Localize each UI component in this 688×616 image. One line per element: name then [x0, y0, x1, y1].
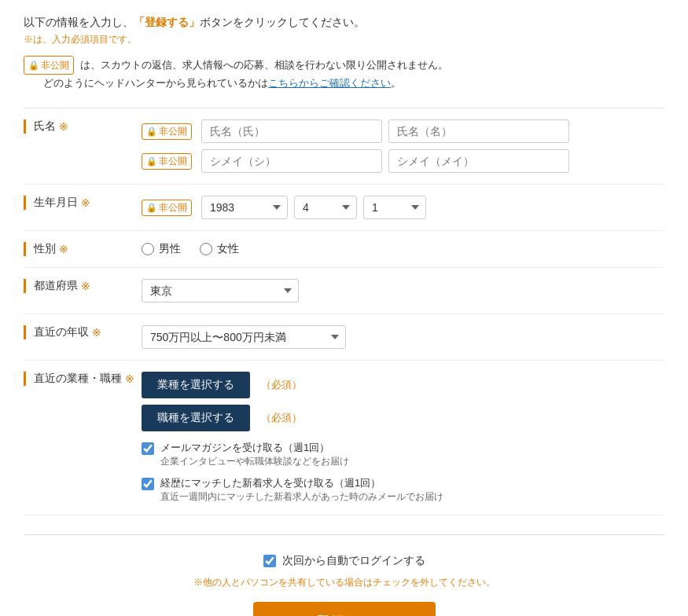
job-label-text: 直近の業種・職種: [34, 372, 122, 386]
gender-required-star: ※: [59, 243, 68, 255]
birth-month-select[interactable]: 1 2 3 4 5 6 7 8 9 10 11 12: [294, 196, 357, 219]
gender-male-radio[interactable]: [142, 243, 154, 255]
job-content: 業種を選択する （必須） 職種を選択する （必須） メールマガジンを受け取る（週…: [142, 372, 664, 504]
birth-day-select[interactable]: 1 2 3 4 5: [363, 196, 426, 219]
birthday-label: 生年月日 ※: [24, 196, 142, 210]
income-field-row: 750万円以上〜800万円未満 500万円以上〜600万円未満 600万円以上〜…: [142, 325, 664, 349]
privacy-line1: は、スカウトの返信、求人情報への応募、相談を行わない限り公開されません。: [80, 59, 448, 71]
income-row: 直近の年収 ※ 750万円以上〜800万円未満 500万円以上〜600万円未満 …: [24, 314, 664, 361]
job-type-select-button[interactable]: 職種を選択する: [142, 405, 250, 431]
footer-section: 次回から自動でログインする ※他の人とパソコンを共有している場合はチェックを外し…: [24, 554, 664, 616]
prefecture-select[interactable]: 東京 大阪 神奈川 愛知: [142, 279, 299, 302]
job-label: 直近の業種・職種 ※: [24, 372, 142, 386]
gender-label: 性別 ※: [24, 242, 142, 256]
new-jobs-checkbox[interactable]: [142, 478, 154, 490]
name-content: 非公開 非公開: [142, 119, 664, 173]
birthday-required-star: ※: [81, 196, 90, 209]
new-jobs-checkbox-text: 経歴にマッチした新着求人を受け取る（週1回） 直近一週間内にマッチした新着求人が…: [160, 476, 443, 504]
prefecture-row: 都道府県 ※ 東京 大阪 神奈川 愛知: [24, 268, 664, 314]
gender-male-label[interactable]: 男性: [142, 242, 181, 256]
industry-field-row: 業種を選択する （必須）: [142, 372, 664, 398]
job-type-field-row: 職種を選択する （必須）: [142, 405, 664, 431]
prefecture-content: 東京 大阪 神奈川 愛知: [142, 279, 664, 302]
income-required-star: ※: [92, 326, 101, 339]
job-required-tag: （必須）: [261, 411, 302, 425]
new-jobs-label[interactable]: 経歴にマッチした新着求人を受け取る（週1回）: [160, 476, 443, 490]
gender-female-label[interactable]: 女性: [200, 242, 239, 256]
new-jobs-checkbox-item: 経歴にマッチした新着求人を受け取る（週1回） 直近一週間内にマッチした新着求人が…: [142, 476, 664, 504]
income-select[interactable]: 750万円以上〜800万円未満 500万円以上〜600万円未満 600万円以上〜…: [142, 325, 346, 349]
prefecture-field-row: 東京 大阪 神奈川 愛知: [142, 279, 664, 302]
gender-content: 男性 女性: [142, 242, 664, 256]
privacy-period: 。: [391, 77, 401, 89]
gender-label-text: 性別: [34, 242, 56, 256]
section-divider: [24, 534, 664, 535]
birthday-field-row: 非公開 1983 1982 1984 1990 1 2 3 4 5 6 7 8 …: [142, 196, 664, 219]
gender-female-radio[interactable]: [200, 243, 212, 255]
first-name-input[interactable]: [388, 119, 569, 143]
share-note: ※他の人とパソコンを共有している場合はチェックを外してください。: [193, 576, 495, 589]
income-content: 750万円以上〜800万円未満 500万円以上〜600万円未満 600万円以上〜…: [142, 325, 664, 349]
privacy-line2: どのようにヘッドハンターから見られているかは: [43, 77, 268, 89]
first-kana-input[interactable]: [388, 149, 569, 173]
birthday-content: 非公開 1983 1982 1984 1990 1 2 3 4 5 6 7 8 …: [142, 196, 664, 219]
prefecture-required-star: ※: [81, 280, 90, 292]
job-required-star: ※: [125, 372, 134, 385]
last-name-input[interactable]: [201, 119, 382, 143]
magazine-checkbox[interactable]: [142, 442, 154, 455]
birth-year-select[interactable]: 1983 1982 1984 1990: [201, 196, 288, 219]
magazine-label[interactable]: メールマガジンを受け取る（週1回）: [160, 441, 349, 455]
birthday-private-badge: 非公開: [142, 200, 192, 216]
required-note: ※は、入力必須項目です。: [24, 33, 664, 46]
name-kanji-row: 非公開: [142, 119, 664, 143]
gender-radio-group: 男性 女性: [142, 242, 664, 256]
name-label-text: 氏名: [34, 119, 56, 134]
register-button[interactable]: 登録する: [253, 602, 436, 616]
name-label: 氏名 ※: [24, 119, 142, 134]
intro-text: 以下の情報を入力し、「登録する」ボタンをクリックしてください。: [24, 16, 664, 30]
prefecture-label: 都道府県 ※: [24, 279, 142, 293]
name-required-star: ※: [59, 120, 68, 133]
name-row: 氏名 ※ 非公開 非公開: [24, 108, 664, 185]
gender-female-text: 女性: [217, 242, 239, 256]
privacy-link[interactable]: こちらからご確認ください: [268, 77, 391, 89]
autologin-row: 次回から自動でログインする: [263, 554, 425, 568]
birthday-label-text: 生年月日: [34, 196, 78, 210]
name-kana-row: 非公開: [142, 149, 664, 173]
name-kana-private-badge: 非公開: [142, 153, 192, 170]
magazine-checkbox-text: メールマガジンを受け取る（週1回） 企業インタビューや転職体験談などをお届け: [160, 441, 349, 468]
magazine-checkbox-item: メールマガジンを受け取る（週1回） 企業インタビューや転職体験談などをお届け: [142, 441, 664, 468]
new-jobs-sub: 直近一週間内にマッチした新着求人があった時のみメールでお届け: [160, 490, 443, 504]
gender-row: 性別 ※ 男性 女性: [24, 231, 664, 268]
income-label-text: 直近の年収: [34, 325, 89, 339]
name-private-badge: 非公開: [142, 123, 192, 140]
private-badge: 非公開: [24, 56, 74, 75]
industry-required-tag: （必須）: [261, 378, 302, 392]
highlight-text: 「登録する」: [134, 16, 200, 28]
income-label: 直近の年収 ※: [24, 325, 142, 339]
magazine-sub: 企業インタビューや転職体験談などをお届け: [160, 455, 349, 468]
autologin-label[interactable]: 次回から自動でログインする: [282, 554, 425, 568]
industry-select-button[interactable]: 業種を選択する: [142, 372, 250, 398]
birthday-row: 生年月日 ※ 非公開 1983 1982 1984 1990 1 2 3 4 5…: [24, 185, 664, 231]
job-row: 直近の業種・職種 ※ 業種を選択する （必須） 職種を選択する （必須） メール…: [24, 361, 664, 515]
registration-form: 氏名 ※ 非公開 非公開 生年月日 ※ 非公開 1983: [24, 108, 664, 515]
gender-male-text: 男性: [159, 242, 181, 256]
privacy-note: 非公開 は、スカウトの返信、求人情報への応募、相談を行わない限り公開されません。…: [24, 56, 664, 92]
email-checkbox-group: メールマガジンを受け取る（週1回） 企業インタビューや転職体験談などをお届け 経…: [142, 441, 664, 504]
last-kana-input[interactable]: [201, 149, 382, 173]
prefecture-label-text: 都道府県: [34, 279, 78, 293]
autologin-checkbox[interactable]: [263, 555, 276, 567]
